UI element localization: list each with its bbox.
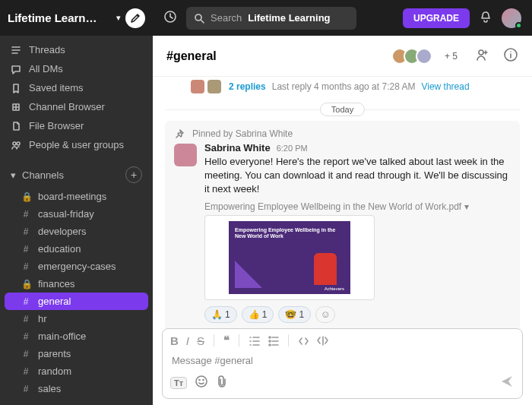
composer: B I S ❝ Message #general Tт [153, 328, 532, 405]
avatar [191, 80, 204, 93]
strike-button[interactable]: S [197, 334, 204, 347]
channel-sales[interactable]: #sales [5, 380, 148, 397]
message: Sabrina White 6:20 PM Hello everyone! He… [174, 142, 511, 323]
channel-education[interactable]: #education [5, 240, 148, 258]
hash-icon: # [21, 366, 30, 377]
member-avatars[interactable] [396, 48, 432, 65]
nav-file-browser[interactable]: File Browser [0, 116, 153, 135]
pinned-message: Pinned by Sabrina White Sabrina White 6:… [165, 121, 520, 328]
channel-developers[interactable]: #developers [5, 223, 148, 240]
view-thread-link[interactable]: View thread [421, 81, 469, 92]
channel-hr[interactable]: #hr [5, 310, 148, 327]
code-button[interactable] [298, 335, 309, 346]
nav-threads[interactable]: Threads [0, 40, 153, 59]
nav-section: Threads All DMs Saved items Channel Brow… [0, 36, 153, 159]
channel-details-icon[interactable] [503, 47, 518, 65]
hash-icon: # [21, 314, 30, 324]
attachment-preview[interactable]: Empowering Employee Wellbeing in the New… [204, 215, 375, 300]
main: Search UPGRADE #general + 5 2 replies La… [153, 0, 532, 405]
channel-name[interactable]: #general [166, 49, 217, 63]
timestamp: 6:20 PM [277, 144, 308, 153]
workspace-header[interactable]: Lifetime Learn… ▾ [0, 0, 153, 36]
dms-icon [11, 64, 21, 74]
bold-button[interactable]: B [170, 334, 179, 347]
search-input[interactable] [248, 12, 339, 24]
avatar [207, 80, 221, 93]
nav-people[interactable]: People & user groups [0, 135, 153, 154]
thread-summary[interactable]: 2 replies Last reply 4 months ago at 7:2… [165, 77, 520, 98]
codeblock-button[interactable] [317, 335, 328, 346]
channel-random[interactable]: #random [5, 362, 148, 380]
pinned-banner: Pinned by Sabrina White [174, 128, 511, 139]
chevron-down-icon: ▾ [11, 169, 16, 181]
message-text: Hello everyone! Here's the report we've … [204, 155, 511, 197]
channel-finances[interactable]: 🔒finances [5, 275, 148, 293]
author-name[interactable]: Sabrina White [204, 142, 271, 153]
message-list[interactable]: 2 replies Last reply 4 months ago at 7:2… [153, 77, 532, 328]
message-input[interactable]: Message #general [163, 352, 522, 374]
hash-icon: # [21, 226, 30, 237]
search-box[interactable]: Search [186, 7, 356, 30]
hash-icon: # [21, 261, 30, 272]
hash-icon: # [21, 349, 30, 359]
channel-casual-friday[interactable]: #casual-friday [5, 205, 148, 223]
chevron-down-icon[interactable]: ▾ [464, 201, 469, 212]
reaction[interactable]: 🙏1 [204, 306, 237, 323]
channel-main-office[interactable]: #main-office [5, 327, 148, 345]
svg-point-4 [479, 50, 483, 55]
reaction[interactable]: 👍1 [242, 306, 274, 323]
bullet-list-button[interactable] [268, 335, 279, 346]
upgrade-button[interactable]: UPGRADE [403, 8, 470, 28]
user-avatar[interactable] [502, 8, 521, 28]
topbar: Search UPGRADE [153, 0, 532, 36]
pin-icon [176, 129, 185, 138]
pencil-icon [130, 13, 141, 24]
workspace-name: Lifetime Learn… [8, 11, 112, 24]
avatar [416, 48, 432, 65]
attach-button[interactable] [216, 375, 228, 391]
channel-emergency-cases[interactable]: #emergency-cases [5, 258, 148, 275]
send-button[interactable] [499, 374, 515, 392]
sidebar: Lifetime Learn… ▾ Threads All DMs Saved … [0, 0, 153, 405]
channels-header[interactable]: ▾ Channels + [0, 159, 153, 188]
author-avatar[interactable] [174, 144, 197, 166]
hash-icon: # [21, 296, 30, 307]
svg-point-9 [196, 376, 207, 387]
svg-point-1 [17, 142, 20, 145]
bookmark-icon [11, 83, 21, 93]
channel-parents[interactable]: #parents [5, 345, 148, 362]
lock-icon: 🔒 [21, 279, 30, 290]
ordered-list-button[interactable] [249, 335, 260, 346]
nav-saved-items[interactable]: Saved items [0, 78, 153, 97]
emoji-button[interactable] [195, 375, 208, 391]
format-toggle[interactable]: Tт [170, 377, 187, 389]
compose-button[interactable] [125, 8, 145, 28]
add-people-icon[interactable] [474, 47, 489, 65]
svg-point-8 [269, 344, 271, 346]
format-toolbar: B I S ❝ [163, 329, 522, 352]
channel-board-meetings[interactable]: 🔒board-meetings [5, 188, 148, 205]
people-icon [11, 140, 21, 150]
channel-header: #general + 5 [153, 36, 532, 77]
channel-general[interactable]: #general [5, 293, 148, 310]
svg-point-10 [199, 380, 200, 381]
hash-icon: # [21, 384, 30, 394]
hash-icon: # [21, 244, 30, 255]
search-icon [194, 13, 204, 24]
quote-button[interactable]: ❝ [223, 334, 230, 347]
history-icon[interactable] [163, 10, 177, 27]
file-icon [11, 121, 21, 131]
notifications-icon[interactable] [479, 10, 492, 27]
member-count[interactable]: + 5 [445, 51, 458, 62]
reaction[interactable]: 🤓1 [278, 306, 311, 323]
svg-point-6 [269, 337, 271, 338]
attachment-name[interactable]: Empowering Employee Wellbeing in the New… [204, 201, 511, 212]
nav-channel-browser[interactable]: Channel Browser [0, 97, 153, 116]
channel-list: 🔒board-meetings#casual-friday#developers… [0, 188, 153, 397]
add-channel-button[interactable]: + [125, 166, 142, 183]
svg-point-0 [13, 142, 16, 145]
add-reaction-button[interactable]: ☺ [315, 306, 335, 323]
italic-button[interactable]: I [186, 334, 189, 347]
nav-all-dms[interactable]: All DMs [0, 59, 153, 78]
lock-icon: 🔒 [21, 191, 30, 202]
